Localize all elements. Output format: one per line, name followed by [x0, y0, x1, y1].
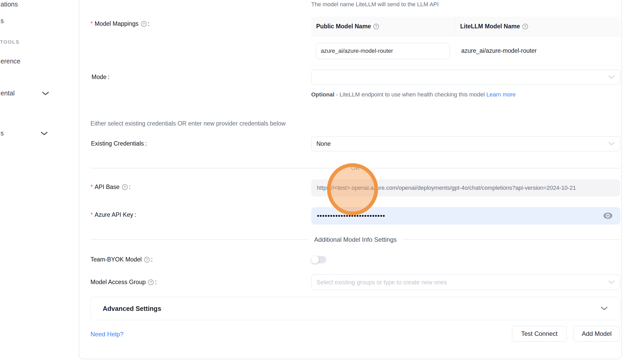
or-divider-text: OR	[351, 165, 360, 172]
model-name-helper-text: The model name LiteLLM will send to the …	[311, 1, 439, 8]
sidebar-item[interactable]: s	[1, 129, 4, 137]
chevron-down-icon	[600, 306, 608, 311]
api-base-input[interactable]	[311, 179, 620, 197]
public-model-name-input[interactable]	[316, 43, 450, 59]
mode-help-text: Optional - LiteLLM endpoint to use when …	[311, 89, 599, 100]
divider-line	[90, 239, 308, 240]
eye-icon[interactable]	[603, 211, 613, 220]
add-model-page: ations s TOOLS erence ental s The model …	[0, 0, 644, 360]
table-header-litellm-model-name: LiteLLM Model Name ?	[455, 17, 620, 36]
sidebar-section-label: TOOLS	[0, 39, 19, 45]
additional-info-divider: Additional Model Info Settings	[90, 236, 620, 243]
help-icon[interactable]: ?	[373, 24, 379, 29]
learn-more-link[interactable]: Learn more	[486, 91, 516, 98]
model-mappings-label: * Model Mappings ? :	[90, 20, 149, 27]
mode-label: Mode:	[92, 74, 109, 81]
table-header-public-model-name: Public Model Name ?	[311, 17, 455, 36]
sidebar-item[interactable]: ental	[1, 89, 15, 97]
advanced-settings-label: Advanced Settings	[103, 305, 600, 312]
or-divider: OR	[90, 165, 620, 172]
existing-credentials-value: None	[316, 140, 331, 147]
toggle-knob	[311, 256, 319, 264]
optional-bold: Optional	[311, 91, 334, 98]
help-icon[interactable]: ?	[144, 257, 150, 263]
existing-credentials-label: Existing Credentials:	[91, 140, 147, 147]
existing-credentials-select[interactable]: None	[311, 136, 620, 151]
chevron-down-icon[interactable]	[42, 91, 49, 96]
help-icon[interactable]: ?	[148, 279, 154, 285]
help-icon[interactable]: ?	[122, 184, 128, 190]
additional-info-divider-text: Additional Model Info Settings	[314, 236, 397, 243]
litellm-model-name-value: azure_ai/azure-model-router	[455, 47, 620, 54]
need-help-link[interactable]: Need Help?	[90, 331, 123, 338]
required-mark: *	[90, 20, 93, 27]
chevron-down-icon	[608, 142, 615, 146]
help-icon[interactable]: ?	[522, 24, 528, 29]
add-model-button[interactable]: Add Model	[574, 326, 620, 342]
model-mappings-table: Public Model Name ? LiteLLM Model Name ?…	[311, 17, 620, 66]
sidebar-item-label: ations	[1, 1, 18, 8]
divider-line	[90, 168, 346, 168]
azure-api-key-input[interactable]	[311, 207, 620, 225]
model-access-group-label: Model Access Group ? :	[90, 279, 157, 286]
divider-line	[402, 239, 620, 240]
table-header-row: Public Model Name ? LiteLLM Model Name ?	[311, 17, 620, 36]
required-mark: *	[90, 211, 93, 218]
sidebar-item-label: ental	[1, 89, 15, 97]
api-base-label: * API Base ? :	[90, 184, 131, 191]
sidebar-item[interactable]: s	[1, 17, 4, 25]
model-access-group-select[interactable]: Select existing groups or type to create…	[311, 274, 620, 290]
azure-api-key-label: * Azure API Key :	[90, 211, 136, 218]
team-byok-toggle[interactable]	[311, 256, 326, 263]
chevron-down-icon	[608, 280, 615, 284]
advanced-settings-panel[interactable]: Advanced Settings	[90, 297, 620, 320]
table-row: azure_ai/azure-model-router	[311, 36, 620, 66]
required-mark: *	[90, 184, 93, 191]
help-icon[interactable]: ?	[141, 21, 147, 27]
mode-select[interactable]	[311, 70, 620, 85]
chevron-down-icon	[608, 75, 615, 79]
sidebar-item[interactable]: ations	[1, 1, 18, 8]
sidebar-item-label: erence	[1, 57, 20, 65]
credentials-note: Either select existing credentials OR en…	[90, 120, 285, 127]
test-connect-button[interactable]: Test Connect	[512, 326, 567, 342]
sidebar-item[interactable]: erence	[1, 57, 20, 65]
team-byok-label: Team-BYOK Model ? :	[90, 256, 153, 263]
model-access-group-placeholder: Select existing groups or type to create…	[316, 279, 447, 286]
sidebar-item-label: s	[1, 129, 4, 137]
divider-line	[366, 168, 621, 168]
chevron-down-icon[interactable]	[40, 131, 48, 136]
sidebar-item-label: s	[1, 17, 4, 25]
